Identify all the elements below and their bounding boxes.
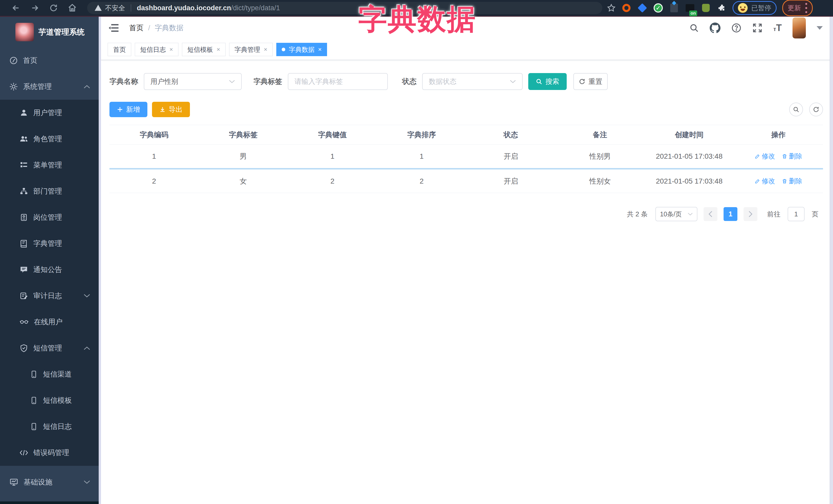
search-icon[interactable] bbox=[689, 23, 699, 33]
close-icon[interactable]: × bbox=[169, 46, 173, 53]
page-number-1[interactable]: 1 bbox=[723, 207, 737, 221]
extension-olive-icon[interactable] bbox=[701, 3, 711, 13]
delete-link[interactable]: 删除 bbox=[782, 152, 802, 161]
table-row[interactable]: 2 女 2 2 开启 性别女 2021-01-05 17:03:48 修改 删除 bbox=[110, 169, 823, 193]
online-users-icon bbox=[20, 318, 29, 326]
extension-drop-icon[interactable] bbox=[637, 3, 647, 13]
home-nav-icon[interactable] bbox=[68, 3, 77, 13]
search-icon bbox=[536, 78, 542, 85]
sidebar-item-sms-management[interactable]: 短信管理 bbox=[0, 335, 101, 361]
user-avatar[interactable] bbox=[792, 18, 806, 39]
address-bar[interactable]: 不安全 dashboard.yudao.iocoder.cn /dict/typ… bbox=[87, 2, 602, 14]
tab-dict-management[interactable]: 字典管理 × bbox=[229, 43, 273, 56]
toggle-search-button[interactable] bbox=[789, 102, 803, 116]
browser-toolbar-right: ✓ on 已暂停 更新 ••• bbox=[607, 0, 813, 16]
sidebar-item-infrastructure[interactable]: 基础设施 bbox=[0, 466, 101, 499]
annotation-title: 字典数据 bbox=[358, 0, 476, 39]
refresh-table-button[interactable] bbox=[809, 102, 823, 116]
col-dict-label: 字典标签 bbox=[199, 130, 288, 140]
close-icon[interactable]: × bbox=[217, 46, 220, 53]
table-row[interactable]: 1 男 1 1 开启 性别男 2021-01-05 17:03:48 修改 删除 bbox=[110, 145, 823, 168]
edit-link[interactable]: 修改 bbox=[755, 152, 775, 161]
close-icon[interactable]: × bbox=[264, 46, 267, 53]
bookmark-star-icon[interactable] bbox=[607, 4, 616, 12]
sidebar-item-role-management[interactable]: 角色管理 bbox=[0, 126, 101, 152]
page-unit-label: 页 bbox=[812, 210, 818, 219]
breadcrumb-home[interactable]: 首页 bbox=[129, 23, 144, 33]
sidebar-item-online-users[interactable]: 在线用户 bbox=[0, 309, 101, 335]
sidebar-item-system-management[interactable]: 系统管理 bbox=[0, 74, 101, 100]
chevron-down-icon bbox=[84, 480, 90, 484]
edit-link[interactable]: 修改 bbox=[755, 177, 775, 186]
pagination-total: 共 2 条 bbox=[627, 210, 648, 219]
url-host: dashboard.yudao.iocoder.cn bbox=[137, 4, 231, 12]
col-status: 状态 bbox=[466, 130, 555, 140]
sidebar-item-sms-template[interactable]: 短信模板 bbox=[0, 387, 101, 413]
toolbar: 新增 导出 bbox=[110, 102, 823, 117]
extensions-puzzle-icon[interactable] bbox=[717, 3, 727, 13]
tab-home[interactable]: 首页 bbox=[108, 43, 131, 56]
font-size-icon[interactable]: тT bbox=[773, 23, 782, 33]
sidebar-item-audit-log[interactable]: 审计日志 bbox=[0, 283, 101, 309]
table-tools bbox=[789, 102, 823, 116]
sidebar-scrollbar[interactable] bbox=[99, 17, 101, 504]
sidebar-item-department-management[interactable]: 部门管理 bbox=[0, 178, 101, 204]
security-warning-icon bbox=[94, 4, 102, 12]
trash-icon bbox=[782, 178, 787, 184]
extension-check-icon[interactable]: ✓ bbox=[653, 3, 663, 13]
help-icon[interactable] bbox=[731, 23, 741, 33]
profile-status: 已暂停 bbox=[751, 4, 771, 13]
sidebar-item-user-management[interactable]: 用户管理 bbox=[0, 100, 101, 126]
reload-icon[interactable] bbox=[49, 4, 58, 12]
sidebar-item-dict-management[interactable]: 字典管理 bbox=[0, 231, 101, 257]
sidebar-item-home[interactable]: 首页 bbox=[0, 47, 101, 74]
logo-avatar bbox=[15, 23, 34, 41]
goto-page-input[interactable] bbox=[788, 207, 805, 221]
status-select[interactable]: 数据状态 bbox=[422, 73, 523, 90]
extension-ublock-icon[interactable] bbox=[621, 3, 632, 13]
users-icon bbox=[20, 135, 28, 143]
menu-dots-icon[interactable]: ••• bbox=[805, 2, 807, 14]
sidebar-item-sms-channel[interactable]: 短信渠道 bbox=[0, 361, 101, 387]
tab-sms-template[interactable]: 短信模板 × bbox=[182, 43, 225, 56]
sidebar-logo[interactable]: 芋道管理系统 bbox=[0, 17, 101, 47]
sidebar-item-notice[interactable]: 通知公告 bbox=[0, 257, 101, 283]
extension-switch-icon[interactable]: on bbox=[685, 3, 695, 13]
tab-dict-data[interactable]: 字典数据 × bbox=[276, 43, 327, 56]
main-area: 首页 / 字典数据 тT 首页 bbox=[101, 17, 833, 504]
export-button[interactable]: 导出 bbox=[152, 102, 190, 117]
forward-icon[interactable] bbox=[30, 3, 40, 13]
dict-name-select[interactable]: 用户性别 bbox=[144, 73, 242, 90]
phone-icon bbox=[30, 396, 38, 405]
github-icon[interactable] bbox=[710, 23, 720, 33]
prev-page-button[interactable] bbox=[704, 207, 717, 221]
browser-update-button[interactable]: 更新 ••• bbox=[782, 0, 813, 16]
monitor-chart-icon bbox=[9, 478, 19, 486]
org-tree-icon bbox=[20, 187, 28, 196]
page-size-select[interactable]: 10条/页 bbox=[656, 207, 697, 221]
tab-sms-log[interactable]: 短信日志 × bbox=[135, 43, 178, 56]
page-scrollbar[interactable] bbox=[830, 17, 833, 504]
close-icon[interactable]: × bbox=[318, 46, 322, 53]
sidebar-item-error-code[interactable]: 错误码管理 bbox=[0, 440, 101, 466]
fullscreen-icon[interactable] bbox=[752, 23, 763, 33]
sidebar-item-post-management[interactable]: 岗位管理 bbox=[0, 204, 101, 231]
sidebar-item-sms-log[interactable]: 短信日志 bbox=[0, 413, 101, 440]
shield-check-icon bbox=[20, 344, 28, 353]
browser-profile-chip[interactable]: 已暂停 bbox=[733, 1, 777, 15]
home-icon bbox=[9, 56, 18, 65]
extension-sliders-icon[interactable] bbox=[669, 3, 679, 13]
back-icon[interactable] bbox=[11, 3, 21, 13]
refresh-icon bbox=[579, 78, 586, 85]
app-title: 芋道管理系统 bbox=[39, 27, 85, 38]
hamburger-icon[interactable] bbox=[108, 23, 119, 33]
reset-button[interactable]: 重置 bbox=[573, 73, 608, 90]
dict-label-input[interactable] bbox=[288, 73, 388, 90]
sidebar-item-menu-management[interactable]: 菜单管理 bbox=[0, 152, 101, 178]
trash-icon bbox=[782, 153, 787, 159]
add-button[interactable]: 新增 bbox=[110, 102, 147, 117]
delete-link[interactable]: 删除 bbox=[782, 177, 802, 186]
avatar-caret-icon[interactable] bbox=[816, 26, 823, 30]
search-button[interactable]: 搜索 bbox=[528, 73, 567, 90]
next-page-button[interactable] bbox=[743, 207, 757, 221]
